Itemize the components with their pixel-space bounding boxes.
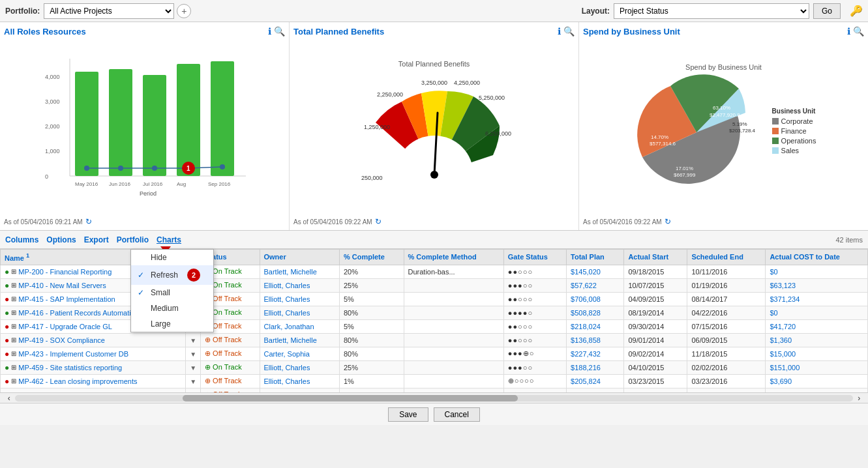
cell-owner[interactable]: Elliott, Charles: [260, 278, 339, 292]
scroll-thumb[interactable]: [183, 395, 518, 402]
scroll-right-btn[interactable]: ›: [853, 394, 865, 403]
owner-link[interactable]: Carter, Sophia: [264, 350, 310, 358]
owner-link[interactable]: Clark, Jonathan: [264, 323, 314, 330]
chart1-refresh-icon[interactable]: ↻: [85, 217, 92, 226]
chart3-search-icon[interactable]: 🔍: [853, 26, 864, 37]
portfolio-button[interactable]: Portfolio: [117, 235, 149, 244]
chart3-info-icon[interactable]: ℹ: [847, 26, 850, 37]
cell-gate-status: ●●●○○: [503, 360, 566, 374]
owner-link[interactable]: Bartlett, Michelle: [264, 268, 317, 276]
cell-actual-cost: $41,720: [766, 319, 868, 333]
chart3-refresh-icon[interactable]: ↻: [665, 217, 671, 226]
row-dropdown-arrow[interactable]: ▼: [190, 378, 196, 385]
cell-status: ⊕ Off Track: [201, 347, 260, 360]
portfolio-select[interactable]: All Active Projects: [44, 3, 174, 19]
dropdown-hide[interactable]: Hide: [131, 250, 213, 265]
cell-owner[interactable]: Elliott, Charles: [260, 374, 339, 388]
cell-dropdown[interactable]: ▼: [186, 347, 201, 360]
row-dropdown-arrow[interactable]: ▼: [190, 337, 196, 344]
dropdown-small[interactable]: ✓ Small: [131, 285, 213, 300]
svg-rect-10: [177, 64, 200, 176]
cell-actual-start: 09/01/2014: [624, 333, 687, 347]
cell-name[interactable]: ● ⊞ MP-462 - Lean closing improvements: [1, 374, 186, 388]
project-link[interactable]: MP-459 - Site statistics reporting: [18, 364, 122, 372]
cell-pct-complete: 80%: [339, 333, 404, 347]
status-text: Off Track: [213, 349, 241, 357]
owner-link[interactable]: Elliott, Charles: [264, 282, 310, 289]
cell-name[interactable]: ● ⊞ MP-419 - SOX Compliance: [1, 333, 186, 347]
cell-dropdown[interactable]: ▼: [186, 333, 201, 347]
svg-text:17.01%: 17.01%: [676, 166, 693, 171]
chart2-title: Total Planned Benefits: [293, 27, 384, 37]
cell-owner[interactable]: Elliott, Charles: [260, 292, 339, 306]
chart3-title: Spend by Business Unit: [583, 27, 680, 37]
project-link[interactable]: MP-200 - Financial Reporting: [18, 268, 112, 276]
owner-link[interactable]: Elliott, Charles: [264, 377, 310, 385]
owner-link[interactable]: Elliott, Charles: [264, 309, 310, 317]
scroll-left-btn[interactable]: ‹: [3, 394, 15, 403]
project-link[interactable]: MP-462 - Lean closing improvements: [18, 377, 137, 385]
chart1-info-icon[interactable]: ℹ: [268, 26, 271, 37]
scroll-track[interactable]: [15, 395, 852, 402]
export-button[interactable]: Export: [84, 235, 109, 244]
dropdown-medium[interactable]: Medium: [131, 300, 213, 316]
svg-rect-8: [109, 69, 132, 176]
dropdown-large[interactable]: Large: [131, 316, 213, 332]
go-button[interactable]: Go: [813, 3, 841, 19]
owner-link[interactable]: Bartlett, Michelle: [264, 336, 317, 344]
cell-owner[interactable]: Carter, Sophia: [260, 347, 339, 360]
project-link[interactable]: MP-415 - SAP Implementation: [18, 295, 115, 303]
project-link[interactable]: MP-417 - Upgrade Oracle GL: [18, 323, 112, 330]
cell-gate-status: ●●●○○: [503, 278, 566, 292]
cell-owner[interactable]: Elliott, Charles: [260, 306, 339, 319]
cell-owner[interactable]: Elliott, Charles: [260, 360, 339, 374]
dropdown-refresh[interactable]: ✓ Refresh 2: [131, 265, 213, 285]
cell-name[interactable]: ● ⊞ MP-423 - Implement Customer DB: [1, 347, 186, 360]
owner-link[interactable]: Elliott, Charles: [264, 391, 310, 392]
add-portfolio-button[interactable]: +: [177, 4, 191, 18]
project-link[interactable]: MP-410 - New Mail Servers: [18, 282, 106, 289]
cell-dropdown[interactable]: ▼: [186, 374, 201, 388]
cell-owner[interactable]: Elliott, Charles: [260, 388, 339, 392]
chart2-search-icon[interactable]: 🔍: [563, 26, 575, 37]
svg-text:$203,728.4: $203,728.4: [729, 128, 756, 134]
chart2-info-icon[interactable]: ℹ: [558, 26, 561, 37]
options-button[interactable]: Options: [46, 235, 76, 244]
svg-rect-9: [143, 75, 166, 176]
row-dropdown-arrow[interactable]: ▼: [190, 351, 196, 358]
cell-dropdown[interactable]: ▼: [186, 360, 201, 374]
cell-name[interactable]: ● ⊞ MP-475 - Customer Survey: [1, 388, 186, 392]
medium-label: Medium: [151, 304, 179, 313]
row-dropdown-arrow[interactable]: ▼: [190, 364, 196, 372]
status-dot-icon: ⊕: [205, 349, 211, 357]
cell-owner[interactable]: Clark, Jonathan: [260, 319, 339, 333]
header-bar: Portfolio: All Active Projects + Layout:…: [0, 0, 868, 22]
table-row: ● ⊞ MP-423 - Implement Customer DB ▼ ⊕ O…: [1, 347, 868, 360]
key-icon[interactable]: 🔑: [850, 5, 863, 17]
chart1-search-icon[interactable]: 🔍: [274, 26, 285, 37]
save-button[interactable]: Save: [388, 407, 428, 422]
horizontal-scrollbar[interactable]: ‹ ›: [0, 392, 868, 403]
charts-button[interactable]: Charts: [157, 235, 181, 244]
chart2-refresh-icon[interactable]: ↻: [375, 217, 382, 226]
columns-button[interactable]: Columns: [5, 235, 38, 244]
owner-link[interactable]: Elliott, Charles: [264, 295, 310, 303]
cell-status: ⊕ Off Track: [201, 374, 260, 388]
table-row: ● ⊞ MP-459 - Site statistics reporting ▼…: [1, 360, 868, 374]
row-dropdown-arrow[interactable]: ▼: [190, 392, 196, 392]
cell-owner[interactable]: Bartlett, Michelle: [260, 333, 339, 347]
cancel-button[interactable]: Cancel: [434, 407, 480, 422]
layout-select[interactable]: Project Status: [614, 3, 809, 19]
project-link[interactable]: MP-475 - Customer Survey: [18, 391, 105, 392]
project-link[interactable]: MP-416 - Patient Records Automation: [18, 309, 139, 317]
project-link[interactable]: MP-419 - SOX Compliance: [18, 336, 105, 344]
row-drag-icon: ⊞: [11, 350, 16, 357]
owner-link[interactable]: Elliott, Charles: [264, 364, 310, 372]
cell-gate-status: ●●○○○: [503, 265, 566, 278]
actual-cost-value: $15,000: [770, 350, 796, 358]
cell-owner[interactable]: Bartlett, Michelle: [260, 265, 339, 278]
cell-name[interactable]: ● ⊞ MP-459 - Site statistics reporting: [1, 360, 186, 374]
cell-dropdown[interactable]: ▼: [186, 388, 201, 392]
status-text: Off Track: [213, 390, 241, 392]
project-link[interactable]: MP-423 - Implement Customer DB: [18, 350, 128, 358]
